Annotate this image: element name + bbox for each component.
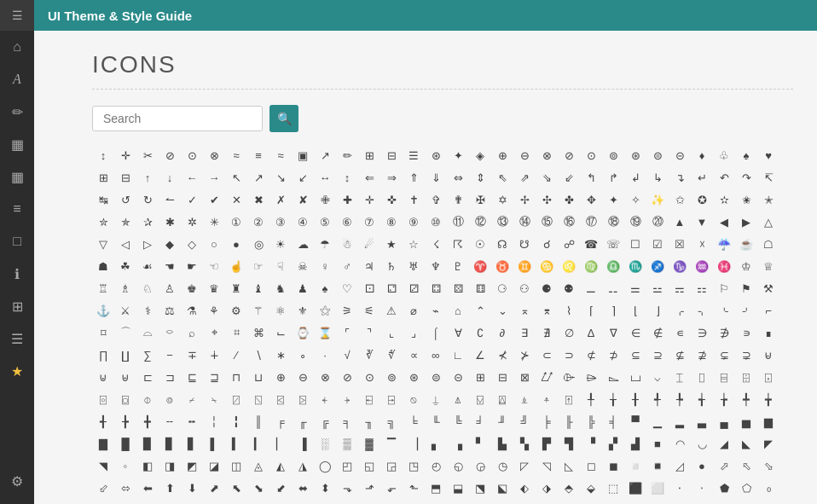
icon-cell[interactable]: ◇ xyxy=(181,233,203,255)
icon-cell[interactable]: ╕ xyxy=(336,410,358,432)
icon-cell[interactable]: ◭ xyxy=(269,455,292,477)
icon-cell[interactable]: ▣ xyxy=(292,144,314,166)
icon-cell[interactable]: ╠ xyxy=(580,410,602,432)
icon-cell[interactable]: ⌟ xyxy=(403,322,425,344)
icon-cell[interactable]: ③ xyxy=(269,211,292,233)
icon-cell[interactable]: ⊘ xyxy=(159,144,181,166)
icon-cell[interactable]: ⚄ xyxy=(447,277,469,299)
icon-cell[interactable]: ⌾ xyxy=(159,388,181,410)
icon-cell[interactable]: ↶ xyxy=(713,166,735,188)
icon-cell[interactable]: ⍈ xyxy=(380,388,403,410)
icon-cell[interactable]: ⍀ xyxy=(203,388,225,410)
icon-cell[interactable]: ⊂ xyxy=(536,344,558,366)
icon-cell[interactable]: ⬆ xyxy=(159,477,181,499)
icon-cell[interactable]: ◈ xyxy=(469,144,491,166)
icon-cell[interactable]: ⌜ xyxy=(336,322,358,344)
icon-cell[interactable]: ∑ xyxy=(136,344,159,366)
icon-cell[interactable]: ∟ xyxy=(447,344,469,366)
icon-cell[interactable]: ₀ xyxy=(757,477,779,499)
icon-cell[interactable]: ⊜ xyxy=(646,144,669,166)
icon-cell[interactable]: ⚠ xyxy=(380,299,403,322)
icon-cell[interactable]: ⊠ xyxy=(513,366,536,388)
icon-cell[interactable]: ⍆ xyxy=(336,388,358,410)
sidebar-menu-icon[interactable]: ☰ xyxy=(0,0,34,31)
icon-cell[interactable]: ☛ xyxy=(181,255,203,277)
icon-cell[interactable]: ⊖ xyxy=(292,366,314,388)
icon-cell[interactable]: ⌍ xyxy=(691,299,713,322)
icon-cell[interactable]: ₑ xyxy=(425,499,447,504)
icon-cell[interactable]: ⇓ xyxy=(425,166,447,188)
icon-cell[interactable]: ⚌ xyxy=(624,277,646,299)
icon-cell[interactable]: ╊ xyxy=(114,410,136,432)
icon-cell[interactable]: ⊊ xyxy=(713,344,735,366)
icon-cell[interactable]: ∊ xyxy=(669,322,691,344)
icon-cell[interactable]: ↸ xyxy=(757,166,779,188)
icon-cell[interactable]: ▁ xyxy=(646,410,669,432)
icon-cell[interactable]: ◹ xyxy=(536,455,558,477)
icon-cell[interactable]: ✦ xyxy=(447,144,469,166)
icon-cell[interactable]: ◶ xyxy=(469,455,491,477)
icon-cell[interactable]: ⚟ xyxy=(358,299,380,322)
icon-cell[interactable]: ▜ xyxy=(558,432,580,455)
icon-cell[interactable]: ↰ xyxy=(580,166,602,188)
icon-cell[interactable]: ⚚ xyxy=(247,299,269,322)
icon-cell[interactable]: ⚛ xyxy=(269,299,292,322)
icon-cell[interactable]: ◧ xyxy=(136,455,159,477)
icon-cell[interactable]: ☎ xyxy=(580,233,602,255)
icon-cell[interactable]: ◷ xyxy=(491,455,513,477)
icon-cell[interactable]: ₕ xyxy=(513,499,536,504)
icon-cell[interactable]: ⬋ xyxy=(269,477,292,499)
icon-cell[interactable]: ↵ xyxy=(691,166,713,188)
icon-cell[interactable]: ⊗ xyxy=(314,366,336,388)
icon-cell[interactable]: ▘ xyxy=(469,432,491,455)
icon-cell[interactable]: ⌹ xyxy=(735,366,757,388)
icon-cell[interactable]: ⊅ xyxy=(602,344,624,366)
icon-cell[interactable]: ⚇ xyxy=(513,277,536,299)
icon-cell[interactable]: ≈ xyxy=(269,144,292,166)
icon-cell[interactable]: ✫ xyxy=(713,188,735,211)
icon-cell[interactable]: ✳ xyxy=(203,211,225,233)
icon-cell[interactable]: ☏ xyxy=(602,233,624,255)
icon-cell[interactable]: ♌ xyxy=(558,255,580,277)
icon-cell[interactable]: ╌ xyxy=(159,410,181,432)
icon-cell[interactable]: ⊚ xyxy=(602,144,624,166)
icon-cell[interactable]: ⊝ xyxy=(669,144,691,166)
icon-cell[interactable]: ◪ xyxy=(203,455,225,477)
icon-cell[interactable]: ↕ xyxy=(92,144,114,166)
icon-cell[interactable]: ☖ xyxy=(757,233,779,255)
icon-cell[interactable]: ↔ xyxy=(314,166,336,188)
icon-cell[interactable]: ♘ xyxy=(136,277,159,299)
icon-cell[interactable]: ◢ xyxy=(713,432,735,455)
icon-cell[interactable]: ⚞ xyxy=(336,299,358,322)
icon-cell[interactable]: ♆ xyxy=(425,255,447,277)
icon-cell[interactable]: ⌷ xyxy=(691,366,713,388)
icon-cell[interactable]: ⑥ xyxy=(336,211,358,233)
icon-cell[interactable]: ☟ xyxy=(269,255,292,277)
icon-cell[interactable]: ╝ xyxy=(513,410,536,432)
icon-cell[interactable]: ⑫ xyxy=(469,211,491,233)
icon-cell[interactable]: ⊒ xyxy=(203,366,225,388)
icon-cell[interactable]: ✝ xyxy=(403,188,425,211)
icon-cell[interactable]: ∘ xyxy=(292,344,314,366)
icon-cell[interactable]: ⌽ xyxy=(136,388,159,410)
icon-cell[interactable]: ░ xyxy=(314,432,336,455)
icon-cell[interactable]: ✥ xyxy=(580,188,602,211)
icon-cell[interactable]: ◾ xyxy=(646,455,669,477)
icon-cell[interactable]: ⚆ xyxy=(491,277,513,299)
icon-cell[interactable]: ₛ xyxy=(646,499,669,504)
icon-cell[interactable]: ☃ xyxy=(336,233,358,255)
icon-cell[interactable]: ⊗ xyxy=(536,144,558,166)
icon-cell[interactable]: ◆ xyxy=(159,233,181,255)
icon-cell[interactable]: ⍊ xyxy=(425,388,447,410)
icon-cell[interactable]: ⑬ xyxy=(491,211,513,233)
icon-cell[interactable]: ↳ xyxy=(646,166,669,188)
icon-cell[interactable]: ⊞ xyxy=(358,144,380,166)
icon-cell[interactable]: ₔ xyxy=(491,499,513,504)
icon-cell[interactable]: ⌆ xyxy=(536,299,558,322)
icon-cell[interactable]: ⬓ xyxy=(447,477,469,499)
icon-cell[interactable]: ⬒ xyxy=(425,477,447,499)
icon-cell[interactable]: ♏ xyxy=(624,255,646,277)
icon-cell[interactable]: − xyxy=(159,344,181,366)
icon-cell[interactable]: ✞ xyxy=(425,188,447,211)
icon-cell[interactable]: ⑰ xyxy=(580,211,602,233)
